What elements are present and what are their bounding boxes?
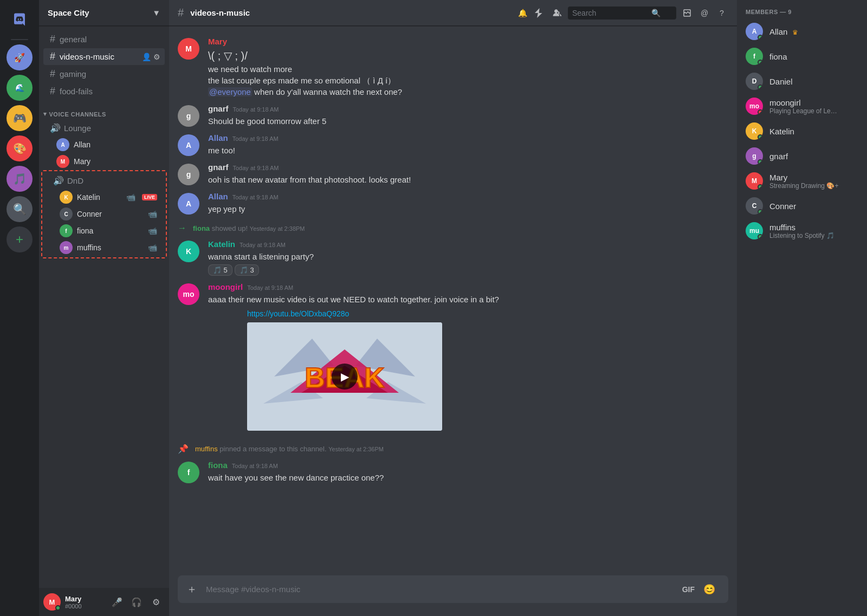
help-button[interactable]: ? — [715, 7, 728, 20]
msg-header-fiona-1: fiona Today at 9:18 AM — [208, 461, 728, 470]
hash-icon: # — [50, 34, 55, 45]
microphone-button[interactable]: 🎤 — [108, 593, 126, 611]
member-item-muffins[interactable]: mu muffins Listening to Spotify 🎵 — [741, 219, 863, 243]
members-toggle-button[interactable] — [551, 7, 564, 20]
gif-button[interactable]: GIF — [682, 579, 699, 600]
msg-username-gnarf-2[interactable]: gnarf — [208, 163, 229, 172]
voice-channel-dnd[interactable]: 🔊 DnD — [47, 173, 161, 189]
server-header-chevron[interactable]: ▼ — [152, 8, 160, 17]
member-item-moongirl[interactable]: mo moongirl Playing League of Legends 🎮 — [741, 94, 863, 118]
member-item-allan[interactable]: A Allan ♛ — [741, 20, 863, 43]
katelin-name: Katelin — [77, 193, 122, 202]
hash-icon: # — [50, 68, 55, 80]
add-server-button[interactable]: + — [7, 226, 33, 252]
add-member-icon[interactable]: 👤 — [142, 53, 151, 61]
msg-text-katelin-1: wanna start a listening party? — [208, 251, 728, 262]
channel-videos-n-music[interactable]: # videos-n-music 👤 ⚙ — [43, 48, 165, 65]
hash-icon: # — [50, 86, 55, 97]
reaction-music-2[interactable]: 🎵 3 — [235, 264, 259, 276]
headphone-button[interactable]: 🎧 — [128, 593, 145, 611]
msg-username-gnarf-1[interactable]: gnarf — [208, 104, 229, 113]
inbox-button[interactable] — [681, 7, 694, 20]
msg-header-allan-2: Allan Today at 9:18 AM — [208, 192, 728, 201]
camera-icon-conner: 📹 — [148, 210, 157, 218]
msg-username-moongirl[interactable]: moongirl — [208, 282, 243, 291]
voice-member-muffins[interactable]: m muffins 📹 — [47, 239, 161, 256]
member-item-conner[interactable]: C Conner — [741, 194, 863, 218]
live-badge-katelin: LIVE — [142, 194, 157, 200]
add-attachment-button[interactable]: ＋ — [186, 575, 202, 603]
member-item-gnarf[interactable]: g gnarf — [741, 144, 863, 168]
video-thumbnail[interactable]: BEAK ▶ — [247, 322, 442, 431]
msg-username-mary-1[interactable]: Mary — [208, 37, 227, 46]
boost-button[interactable] — [533, 7, 546, 20]
hash-icon: # — [50, 51, 55, 62]
server-icon-search[interactable]: 🔍 — [7, 196, 33, 222]
settings-icon[interactable]: ⚙ — [153, 53, 160, 61]
msg-content-moongirl: moongirl Today at 9:18 AM aaaa their new… — [208, 282, 728, 435]
avatar-gnarf-1: g — [178, 105, 199, 127]
reaction-music-1[interactable]: 🎵 5 — [208, 264, 232, 276]
voice-member-mary[interactable]: M Mary — [43, 153, 165, 170]
member-item-daniel[interactable]: D Daniel — [741, 69, 863, 93]
status-dot-fiona — [758, 60, 763, 65]
chat-input[interactable] — [202, 578, 682, 600]
search-input[interactable] — [572, 9, 648, 17]
msg-username-allan-1[interactable]: Allan — [208, 133, 228, 142]
voice-category-label: VOICE CHANNELS — [49, 111, 106, 118]
katelin-avatar: K — [60, 191, 73, 204]
channel-gaming[interactable]: # gaming — [43, 66, 165, 82]
voice-member-katelin[interactable]: K Katelin 📹 LIVE — [47, 189, 161, 205]
voice-channel-lounge[interactable]: 🔊 Lounge — [43, 120, 165, 136]
member-name-mary: Mary — [769, 173, 858, 182]
dnd-voice-box: 🔊 DnD K Katelin 📹 LIVE C Conner — [41, 170, 167, 258]
msg-text-everyone: @everyone when do y'all wanna watch the … — [208, 86, 728, 98]
status-dot-gnarf — [758, 159, 763, 165]
channel-food-fails[interactable]: # food-fails — [43, 83, 165, 100]
avatar-gnarf-2: g — [178, 164, 199, 185]
lounge-label: Lounge — [64, 124, 91, 133]
allan-avatar-inner: A — [56, 138, 69, 151]
msg-username-allan-2[interactable]: Allan — [208, 192, 228, 201]
notification-bell-button[interactable]: 🔔 — [516, 7, 529, 20]
server-icon-s2[interactable]: 🌊 — [7, 75, 33, 101]
msg-username-katelin-1[interactable]: Katelin — [208, 239, 235, 249]
server-icon-space[interactable]: 🚀 — [7, 44, 33, 70]
server-header[interactable]: Space City ▼ — [39, 0, 169, 26]
msg-time-gnarf-2: Today at 9:18 AM — [233, 165, 279, 171]
video-link[interactable]: https://youtu.be/OlDxbaQ928o — [247, 309, 442, 318]
user-settings-button[interactable]: ⚙ — [147, 593, 165, 611]
video-embed: https://youtu.be/OlDxbaQ928o — [247, 309, 442, 431]
server-icon-s4[interactable]: 🎨 — [7, 135, 33, 161]
muffins-link[interactable]: muffins — [195, 445, 218, 453]
channel-general[interactable]: # general — [43, 31, 165, 48]
server-icon-s5[interactable]: 🎵 — [7, 166, 33, 192]
camera-icon-katelin: 📹 — [126, 193, 135, 202]
video-play-button[interactable]: ▶ — [332, 364, 358, 390]
msg-content-allan-1: Allan Today at 9:18 AM me too! — [208, 133, 728, 156]
discord-logo[interactable] — [7, 7, 33, 33]
fiona-avatar-inner: f — [60, 224, 73, 237]
msg-username-fiona-1[interactable]: fiona — [208, 461, 228, 470]
allan-name: Allan — [74, 140, 90, 149]
server-icon-s3[interactable]: 🎮 — [7, 105, 33, 131]
msg-time-katelin-1: Today at 9:18 AM — [240, 242, 286, 248]
channel-name-food: food-fails — [60, 87, 93, 96]
voice-category-header[interactable]: ▾ VOICE CHANNELS — [39, 102, 169, 120]
voice-member-conner[interactable]: C Conner 📹 — [47, 206, 161, 222]
msg-time-fiona-1: Today at 9:18 AM — [232, 463, 278, 469]
msg-text-emotional: the last couple eps made me so emotional… — [208, 75, 728, 86]
msg-header-gnarf-1: gnarf Today at 9:18 AM — [208, 104, 728, 113]
member-item-mary-sidebar[interactable]: M Mary Streaming Drawing 🎨+ — [741, 169, 863, 193]
system-muffins-pinned: 📌 muffins pinned a message to this chann… — [169, 439, 737, 458]
member-name-daniel: Daniel — [769, 77, 858, 86]
member-item-fiona[interactable]: f fiona — [741, 44, 863, 68]
voice-member-allan[interactable]: A Allan — [43, 137, 165, 153]
member-item-katelin[interactable]: K Katelin — [741, 119, 863, 143]
header-icons: 🔔 🔍 @ ? — [516, 7, 728, 20]
voice-category-chevron: ▾ — [43, 111, 47, 118]
members-sidebar: MEMBERS — 9 A Allan ♛ f fiona D Daniel — [737, 0, 867, 616]
voice-member-fiona[interactable]: f fiona 📹 — [47, 223, 161, 239]
at-mention-button[interactable]: @ — [698, 7, 711, 20]
emoji-button[interactable]: 😊 — [703, 577, 720, 602]
